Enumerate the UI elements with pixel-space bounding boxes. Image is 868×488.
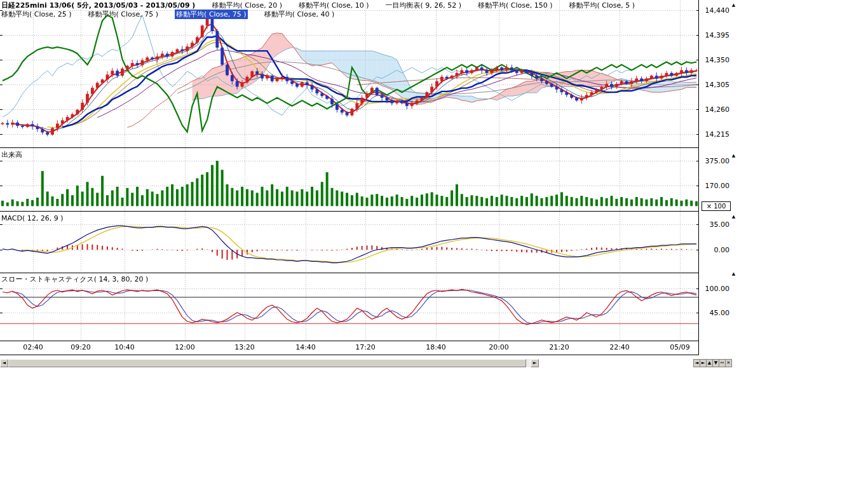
time-tick: 02:40: [19, 343, 47, 351]
time-tick: 18:40: [422, 343, 450, 351]
indicator-row2-1[interactable]: 移動平均( Close, 75 ): [88, 10, 159, 19]
indicator-ma150[interactable]: 移動平均( Close, 150 ): [478, 1, 553, 10]
price-tick: 14,305: [701, 81, 729, 89]
chart-window: 日経225mini 13/06( 5分, 2013/05/03 - 2013/0…: [0, 0, 868, 488]
time-tick: 21:20: [545, 343, 573, 351]
macd-panel-scroll-up-icon[interactable]: ▲: [730, 214, 737, 220]
indicator-ma10[interactable]: 移動平均( Close, 10 ): [299, 1, 369, 10]
indicator-ichimoku[interactable]: 一目均衡表( 9, 26, 52 ): [385, 1, 461, 10]
mini-close-icon[interactable]: ✕: [725, 359, 732, 367]
scrollbar-right-arrow-icon[interactable]: ►: [531, 359, 539, 367]
time-tick: 10:40: [111, 343, 139, 351]
price-tick: 14,440: [701, 6, 729, 15]
price-tick: 14,350: [701, 56, 729, 64]
volume-multiplier-badge: × 100: [702, 201, 731, 211]
stoch-panel-scroll-up-icon[interactable]: ▲: [730, 271, 737, 278]
stochastics-panel-label: スロー・ストキャスティクス( 14, 3, 80, 20 ): [1, 274, 148, 284]
price-tick: 14,395: [701, 31, 729, 39]
time-tick: 17:20: [351, 343, 379, 351]
indicator-header-row2: 移動平均( Close, 25 ) 移動平均( Close, 75 ) 移動平均…: [1, 10, 334, 19]
time-tick: 22:40: [606, 343, 634, 351]
chart-title: 日経225mini 13/06( 5分, 2013/05/03 - 2013/0…: [1, 1, 195, 10]
time-tick: 12:00: [171, 343, 199, 351]
price-tick: 14,215: [701, 130, 729, 139]
volume-panel-label: 出来高: [1, 150, 22, 159]
macd-tick: 35.00: [701, 220, 729, 229]
price-panel-scroll-up-icon[interactable]: ▲: [730, 2, 737, 9]
indicator-row2-0[interactable]: 移動平均( Close, 25 ): [1, 10, 72, 19]
indicator-ma5[interactable]: 移動平均( Close, 5 ): [569, 1, 635, 10]
time-tick: 14:40: [292, 343, 320, 351]
stoch-tick: 45.00: [701, 309, 729, 317]
time-tick: 13:20: [231, 343, 259, 351]
horizontal-scrollbar[interactable]: ◄ ►: [0, 359, 539, 367]
volume-tick: 375.00: [701, 157, 729, 165]
time-tick: 20:00: [485, 343, 513, 351]
scrollbar-left-arrow-icon[interactable]: ◄: [0, 359, 8, 367]
indicator-row2-3[interactable]: 移動平均( Close, 40 ): [264, 10, 335, 19]
time-tick: 05/09: [666, 343, 694, 351]
time-tick: 09:20: [67, 343, 95, 351]
scrollbar-thumb[interactable]: [8, 359, 526, 367]
stoch-tick: 100.00: [701, 285, 729, 293]
chart-mini-toolbar: ◄ ► ▲ ▼ ↔ ✕: [694, 359, 732, 367]
volume-panel-scroll-up-icon[interactable]: ▲: [730, 152, 737, 159]
indicator-header-row1: 日経225mini 13/06( 5分, 2013/05/03 - 2013/0…: [1, 1, 635, 10]
indicator-ma20[interactable]: 移動平均( Close, 20 ): [212, 1, 282, 10]
macd-tick: 0.00: [701, 246, 729, 254]
volume-tick: 170.00: [701, 182, 729, 190]
macd-panel-label: MACD( 12, 26, 9 ): [1, 214, 64, 222]
price-tick: 14,260: [701, 105, 729, 114]
chart-canvas[interactable]: [0, 0, 699, 356]
indicator-row2-2[interactable]: 移動平均( Close, 75 ): [175, 10, 248, 19]
